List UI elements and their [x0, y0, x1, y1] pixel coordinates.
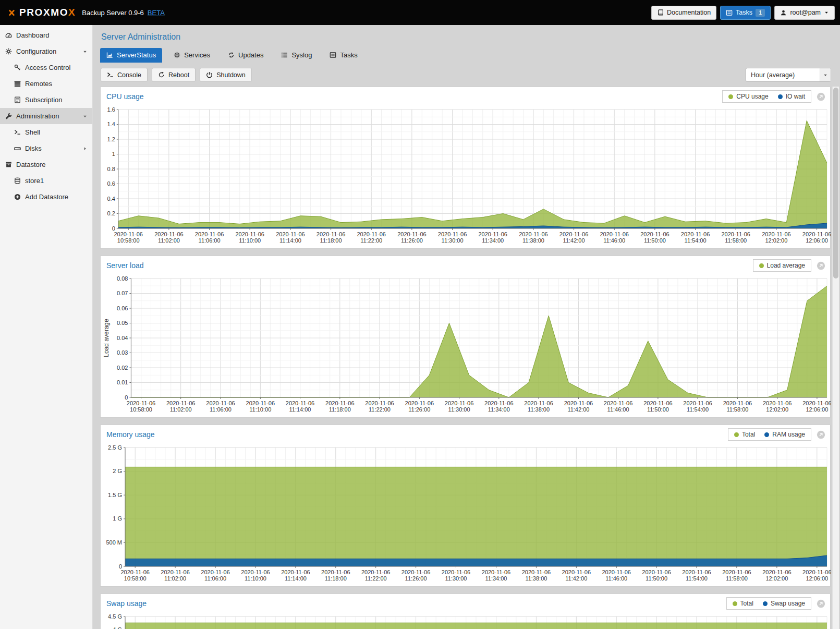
- scrollbar-thumb[interactable]: [833, 88, 838, 279]
- sidebar-item-remotes[interactable]: Remotes: [0, 76, 92, 92]
- svg-text:11:54:00: 11:54:00: [686, 575, 708, 582]
- database-icon: [14, 177, 21, 184]
- svg-text:0.6: 0.6: [107, 180, 115, 187]
- reboot-button[interactable]: Reboot: [152, 68, 196, 82]
- beta-link[interactable]: BETA: [148, 9, 165, 17]
- panel-header: Server loadLoad average: [101, 256, 830, 274]
- tasks-button[interactable]: Tasks 1: [720, 6, 771, 20]
- svg-text:11:34:00: 11:34:00: [482, 237, 504, 244]
- server-icon: [14, 80, 21, 87]
- svg-text:11:10:00: 11:10:00: [239, 237, 261, 244]
- svg-text:11:50:00: 11:50:00: [646, 575, 667, 582]
- detach-icon[interactable]: [817, 430, 825, 439]
- detach-icon[interactable]: [817, 261, 825, 270]
- svg-text:11:30:00: 11:30:00: [442, 237, 464, 244]
- swap-usage-panel: Swap usageTotalSwap usage0500 M1 G1.5 G2…: [100, 594, 831, 629]
- sidebar-item-disks[interactable]: Disks: [0, 140, 92, 156]
- sidebar-item-add-datastore[interactable]: Add Datastore: [0, 189, 92, 205]
- svg-text:11:06:00: 11:06:00: [199, 237, 221, 244]
- cpu-usage-panel: CPU usageCPU usageIO wait00.20.40.60.811…: [100, 87, 831, 249]
- page-title: Server Administration: [101, 32, 840, 42]
- documentation-button[interactable]: Documentation: [651, 6, 716, 20]
- swap-usage-chart: 0500 M1 G1.5 G2 G2.5 G3 G3.5 G4 G4.5 G20…: [101, 612, 830, 629]
- green-series-dot: [728, 94, 733, 99]
- sidebar-item-subscription[interactable]: Subscription: [0, 92, 92, 108]
- time-range-select[interactable]: Hour (average): [746, 68, 831, 82]
- svg-text:2020-11-06: 2020-11-06: [154, 231, 183, 237]
- tab-updates[interactable]: Updates: [222, 48, 270, 63]
- svg-text:2020-11-06: 2020-11-06: [604, 400, 632, 406]
- legend-label: Swap usage: [771, 600, 805, 607]
- svg-text:11:22:00: 11:22:00: [360, 237, 382, 244]
- tab-serverstatus[interactable]: ServerStatus: [100, 48, 162, 63]
- svg-text:11:26:00: 11:26:00: [405, 575, 427, 582]
- sidebar: DashboardConfigurationAccess ControlRemo…: [0, 25, 93, 629]
- svg-text:0.01: 0.01: [117, 379, 128, 385]
- legend-item: Total: [734, 431, 755, 438]
- sidebar-item-datastore[interactable]: Datastore: [0, 156, 92, 173]
- svg-text:0.4: 0.4: [107, 196, 115, 202]
- svg-text:0.05: 0.05: [117, 320, 128, 326]
- toolbar-buttons: ConsoleRebootShutdown: [101, 68, 252, 82]
- svg-text:2020-11-06: 2020-11-06: [600, 231, 628, 237]
- svg-text:11:46:00: 11:46:00: [603, 237, 625, 244]
- svg-text:2020-11-06: 2020-11-06: [683, 400, 712, 406]
- sidebar-item-dashboard[interactable]: Dashboard: [0, 27, 92, 43]
- svg-text:0.02: 0.02: [117, 365, 128, 371]
- svg-text:10:58:00: 10:58:00: [124, 575, 147, 582]
- svg-text:2020-11-06: 2020-11-06: [281, 569, 310, 575]
- svg-text:0.08: 0.08: [117, 275, 128, 282]
- tab-syslog[interactable]: Syslog: [275, 48, 318, 63]
- svg-text:2020-11-06: 2020-11-06: [235, 231, 264, 237]
- svg-text:2020-11-06: 2020-11-06: [763, 400, 792, 406]
- wrench-icon: [5, 113, 12, 119]
- power-icon: [206, 71, 213, 78]
- detach-icon[interactable]: [817, 599, 825, 608]
- legend-item: IO wait: [778, 93, 805, 100]
- caret-down-icon: [82, 49, 88, 54]
- chart-legend: TotalSwap usage: [726, 597, 811, 610]
- sidebar-item-store1[interactable]: store1: [0, 173, 92, 189]
- shutdown-button[interactable]: Shutdown: [200, 68, 252, 82]
- svg-text:2020-11-06: 2020-11-06: [762, 569, 791, 575]
- svg-text:2020-11-06: 2020-11-06: [241, 569, 270, 575]
- sidebar-item-access-control[interactable]: Access Control: [0, 59, 92, 76]
- detach-icon[interactable]: [817, 92, 825, 101]
- tab-tasks[interactable]: Tasks: [323, 48, 363, 63]
- svg-text:0: 0: [119, 563, 122, 570]
- svg-text:11:30:00: 11:30:00: [445, 575, 467, 582]
- sidebar-item-shell[interactable]: Shell: [0, 124, 92, 140]
- sidebar-item-label: Configuration: [16, 47, 56, 55]
- tasks-icon: [726, 9, 733, 16]
- svg-text:0.04: 0.04: [117, 335, 128, 341]
- gear-icon: [5, 48, 12, 55]
- panel-title: Swap usage: [106, 599, 147, 608]
- svg-text:2020-11-06: 2020-11-06: [206, 400, 235, 406]
- svg-text:11:14:00: 11:14:00: [285, 575, 307, 582]
- sidebar-item-administration[interactable]: Administration: [0, 108, 92, 124]
- svg-text:11:38:00: 11:38:00: [528, 406, 550, 413]
- green-series-dot: [734, 432, 739, 437]
- main-content: Server Administration ServerStatusServic…: [93, 25, 840, 629]
- console-button[interactable]: Console: [101, 68, 148, 82]
- svg-text:2020-11-06: 2020-11-06: [321, 569, 350, 575]
- scrollbar[interactable]: [832, 87, 839, 629]
- button-label: Console: [117, 71, 141, 79]
- panel-stack: CPU usageCPU usageIO wait00.20.40.60.811…: [100, 87, 831, 629]
- svg-text:2020-11-06: 2020-11-06: [276, 231, 305, 237]
- caret-down-icon[interactable]: [820, 68, 831, 81]
- svg-text:1.4: 1.4: [107, 121, 115, 127]
- svg-text:4 G: 4 G: [113, 626, 122, 629]
- panel-title: Memory usage: [106, 430, 155, 439]
- tab-services[interactable]: Services: [167, 48, 216, 63]
- plus-circle-icon: [14, 193, 21, 200]
- svg-text:11:02:00: 11:02:00: [164, 575, 186, 582]
- tab-label: Services: [184, 51, 210, 59]
- svg-text:11:06:00: 11:06:00: [204, 575, 226, 582]
- user-menu-button[interactable]: root@pam: [774, 6, 835, 20]
- svg-text:2020-11-06: 2020-11-06: [405, 400, 434, 406]
- svg-text:11:26:00: 11:26:00: [408, 406, 430, 413]
- sidebar-item-configuration[interactable]: Configuration: [0, 43, 92, 59]
- svg-text:2020-11-06: 2020-11-06: [195, 231, 224, 237]
- svg-text:2020-11-06: 2020-11-06: [361, 569, 390, 575]
